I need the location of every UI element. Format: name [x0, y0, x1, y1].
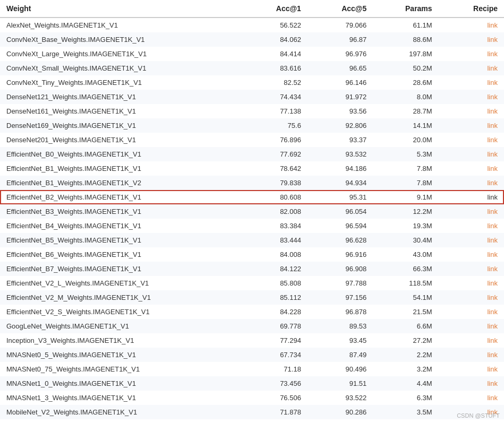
- table-row: Inception_V3_Weights.IMAGENET1K_V177.294…: [0, 333, 504, 348]
- cell-recipe-link[interactable]: link: [439, 18, 504, 32]
- cell-weight: EfficientNet_B1_Weights.IMAGENET1K_V2: [0, 176, 242, 190]
- cell-acc1: 56.522: [242, 18, 307, 32]
- col-header-weight: Weight: [0, 0, 242, 18]
- cell-recipe-link[interactable]: link: [439, 176, 504, 190]
- table-row: EfficientNet_B7_Weights.IMAGENET1K_V184.…: [0, 262, 504, 276]
- cell-acc1: 85.808: [242, 276, 307, 290]
- table-row: EfficientNet_B5_Weights.IMAGENET1K_V183.…: [0, 233, 504, 247]
- cell-acc5: 96.87: [307, 32, 373, 47]
- cell-params: 4.4M: [373, 376, 438, 391]
- cell-weight: ConvNeXt_Tiny_Weights.IMAGENET1K_V1: [0, 75, 242, 90]
- cell-weight: EfficientNet_B4_Weights.IMAGENET1K_V1: [0, 219, 242, 233]
- cell-acc5: 96.908: [307, 262, 373, 276]
- table-header-row: Weight Acc@1 Acc@5 Params Recipe: [0, 0, 504, 18]
- cell-acc1: 83.444: [242, 233, 307, 247]
- cell-params: 7.8M: [373, 176, 438, 190]
- cell-recipe-link[interactable]: link: [439, 75, 504, 90]
- cell-params: 6.6M: [373, 319, 438, 333]
- table-row: MobileNet_V2_Weights.IMAGENET1K_V171.878…: [0, 405, 504, 419]
- cell-recipe-link[interactable]: link: [439, 290, 504, 305]
- cell-recipe-link[interactable]: link: [439, 118, 504, 133]
- cell-acc5: 91.972: [307, 90, 373, 104]
- cell-recipe-link[interactable]: link: [439, 348, 504, 362]
- table-row: MNASNet0_75_Weights.IMAGENET1K_V171.1890…: [0, 362, 504, 376]
- cell-weight: EfficientNet_V2_M_Weights.IMAGENET1K_V1: [0, 290, 242, 305]
- cell-recipe-link[interactable]: link: [439, 362, 504, 376]
- cell-recipe-link[interactable]: link: [439, 47, 504, 61]
- cell-recipe-link[interactable]: link: [439, 161, 504, 176]
- col-header-acc5: Acc@5: [307, 0, 373, 18]
- cell-acc1: 74.434: [242, 90, 307, 104]
- table-row: GoogLeNet_Weights.IMAGENET1K_V169.77889.…: [0, 319, 504, 333]
- cell-recipe-link[interactable]: link: [439, 333, 504, 348]
- cell-recipe-link[interactable]: link: [439, 90, 504, 104]
- cell-recipe-link[interactable]: link: [439, 190, 504, 204]
- cell-params: 3.5M: [373, 405, 438, 419]
- cell-recipe-link[interactable]: link: [439, 204, 504, 219]
- cell-acc5: 97.788: [307, 276, 373, 290]
- cell-weight: ConvNeXt_Large_Weights.IMAGENET1K_V1: [0, 47, 242, 61]
- table-row: EfficientNet_B4_Weights.IMAGENET1K_V183.…: [0, 219, 504, 233]
- col-header-acc1: Acc@1: [242, 0, 307, 18]
- cell-recipe-link[interactable]: link: [439, 104, 504, 118]
- cell-acc5: 93.532: [307, 147, 373, 161]
- table-row: EfficientNet_B6_Weights.IMAGENET1K_V184.…: [0, 247, 504, 262]
- cell-weight: EfficientNet_B5_Weights.IMAGENET1K_V1: [0, 233, 242, 247]
- cell-weight: DenseNet201_Weights.IMAGENET1K_V1: [0, 133, 242, 147]
- cell-recipe-link[interactable]: link: [439, 305, 504, 319]
- cell-params: 3.2M: [373, 362, 438, 376]
- cell-recipe-link[interactable]: link: [439, 61, 504, 75]
- col-header-recipe: Recipe: [439, 0, 504, 18]
- cell-acc1: 84.122: [242, 262, 307, 276]
- cell-recipe-link[interactable]: link: [439, 32, 504, 47]
- table-row: DenseNet169_Weights.IMAGENET1K_V175.692.…: [0, 118, 504, 133]
- cell-params: 28.6M: [373, 75, 438, 90]
- cell-recipe-link[interactable]: link: [439, 391, 504, 405]
- cell-params: 88.6M: [373, 32, 438, 47]
- cell-recipe-link[interactable]: link: [439, 276, 504, 290]
- cell-params: 9.1M: [373, 190, 438, 204]
- cell-weight: EfficientNet_B3_Weights.IMAGENET1K_V1: [0, 204, 242, 219]
- cell-acc1: 84.008: [242, 247, 307, 262]
- cell-acc5: 94.186: [307, 161, 373, 176]
- cell-recipe-link[interactable]: link: [439, 133, 504, 147]
- table-row: DenseNet121_Weights.IMAGENET1K_V174.4349…: [0, 90, 504, 104]
- cell-acc5: 96.594: [307, 219, 373, 233]
- cell-weight: ConvNeXt_Small_Weights.IMAGENET1K_V1: [0, 61, 242, 75]
- table-row: DenseNet201_Weights.IMAGENET1K_V176.8969…: [0, 133, 504, 147]
- table-row: MNASNet1_0_Weights.IMAGENET1K_V173.45691…: [0, 376, 504, 391]
- cell-params: 14.1M: [373, 118, 438, 133]
- cell-acc5: 96.976: [307, 47, 373, 61]
- cell-acc5: 96.65: [307, 61, 373, 75]
- cell-weight: EfficientNet_B1_Weights.IMAGENET1K_V1: [0, 161, 242, 176]
- cell-recipe-link[interactable]: link: [439, 247, 504, 262]
- cell-acc1: 77.138: [242, 104, 307, 118]
- cell-acc5: 92.806: [307, 118, 373, 133]
- cell-acc5: 96.916: [307, 247, 373, 262]
- cell-params: 197.8M: [373, 47, 438, 61]
- cell-acc5: 96.628: [307, 233, 373, 247]
- cell-acc1: 75.6: [242, 118, 307, 133]
- cell-params: 12.2M: [373, 204, 438, 219]
- cell-weight: ConvNeXt_Base_Weights.IMAGENET1K_V1: [0, 32, 242, 47]
- cell-recipe-link[interactable]: link: [439, 219, 504, 233]
- table-container: Weight Acc@1 Acc@5 Params Recipe AlexNet…: [0, 0, 504, 419]
- cell-params: 7.8M: [373, 161, 438, 176]
- cell-weight: EfficientNet_V2_S_Weights.IMAGENET1K_V1: [0, 305, 242, 319]
- cell-weight: MNASNet1_0_Weights.IMAGENET1K_V1: [0, 376, 242, 391]
- cell-recipe-link[interactable]: link: [439, 233, 504, 247]
- table-row: EfficientNet_B3_Weights.IMAGENET1K_V182.…: [0, 204, 504, 219]
- weights-table: Weight Acc@1 Acc@5 Params Recipe AlexNet…: [0, 0, 504, 419]
- cell-recipe-link[interactable]: link: [439, 262, 504, 276]
- cell-acc5: 87.49: [307, 348, 373, 362]
- cell-recipe-link[interactable]: link: [439, 376, 504, 391]
- cell-recipe-link[interactable]: link: [439, 319, 504, 333]
- table-row: AlexNet_Weights.IMAGENET1K_V156.52279.06…: [0, 18, 504, 32]
- cell-acc1: 76.896: [242, 133, 307, 147]
- cell-params: 54.1M: [373, 290, 438, 305]
- cell-acc1: 78.642: [242, 161, 307, 176]
- cell-weight: MobileNet_V2_Weights.IMAGENET1K_V1: [0, 405, 242, 419]
- table-row: EfficientNet_B2_Weights.IMAGENET1K_V180.…: [0, 190, 504, 204]
- cell-weight: EfficientNet_B7_Weights.IMAGENET1K_V1: [0, 262, 242, 276]
- cell-recipe-link[interactable]: link: [439, 147, 504, 161]
